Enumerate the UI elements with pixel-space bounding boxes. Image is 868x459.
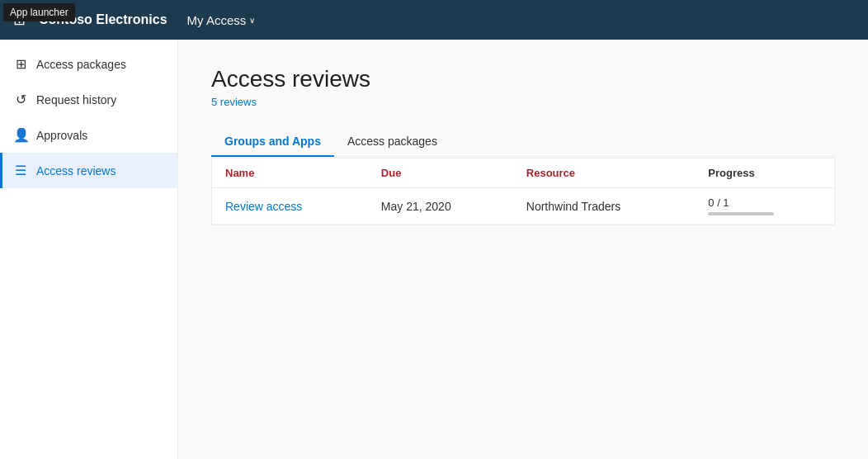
sidebar-item-approvals[interactable]: 👤 Approvals	[0, 117, 177, 153]
due-date: May 21, 2020	[368, 188, 513, 225]
main-content: Access reviews 5 reviews Groups and Apps…	[178, 40, 868, 459]
top-nav: App launcher ⊞ Contoso Electronics My Ac…	[0, 0, 868, 40]
access-packages-icon: ⊞	[13, 56, 28, 72]
sidebar: ⊞ Access packages ↺ Request history 👤 Ap…	[0, 40, 178, 459]
my-access-label: My Access	[187, 13, 247, 27]
app-launcher-tooltip: App launcher	[3, 3, 75, 21]
sidebar-item-access-reviews[interactable]: ☰ Access reviews	[0, 153, 177, 188]
col-header-name: Name	[212, 159, 368, 188]
sidebar-item-label: Approvals	[36, 129, 87, 142]
sidebar-item-access-packages[interactable]: ⊞ Access packages	[0, 46, 177, 82]
resource-name: Northwind Traders	[513, 188, 695, 225]
page-title: Access reviews	[211, 66, 835, 92]
tab-groups-and-apps[interactable]: Groups and Apps	[211, 128, 334, 156]
main-layout: ⊞ Access packages ↺ Request history 👤 Ap…	[0, 40, 868, 459]
progress-text: 0 / 1	[708, 196, 821, 209]
request-history-icon: ↺	[13, 92, 28, 107]
sidebar-item-request-history[interactable]: ↺ Request history	[0, 82, 177, 117]
my-access-menu[interactable]: My Access ∨	[187, 13, 256, 27]
chevron-down-icon: ∨	[249, 16, 255, 25]
table-row: Review access May 21, 2020 Northwind Tra…	[212, 188, 834, 225]
sidebar-item-label: Access packages	[36, 58, 126, 71]
reviews-table-container: Name Due Resource Progress	[211, 158, 835, 225]
progress-container: 0 / 1	[708, 196, 821, 215]
col-header-progress: Progress	[695, 159, 834, 188]
access-reviews-icon: ☰	[13, 163, 28, 178]
reviews-table: Name Due Resource Progress	[212, 159, 834, 225]
table-header-row: Name Due Resource Progress	[212, 159, 834, 188]
col-header-resource: Resource	[513, 159, 695, 188]
tab-bar: Groups and Apps Access packages	[211, 128, 835, 157]
page-subtitle: 5 reviews	[211, 96, 835, 108]
tab-access-packages[interactable]: Access packages	[334, 128, 451, 156]
progress-cell: 0 / 1	[695, 188, 834, 225]
sidebar-item-label: Access reviews	[36, 164, 116, 177]
sidebar-item-label: Request history	[36, 93, 116, 106]
col-header-due: Due	[368, 159, 513, 188]
approvals-icon: 👤	[13, 127, 28, 143]
progress-bar-bg	[708, 212, 774, 215]
review-access-link[interactable]: Review access	[212, 188, 368, 225]
